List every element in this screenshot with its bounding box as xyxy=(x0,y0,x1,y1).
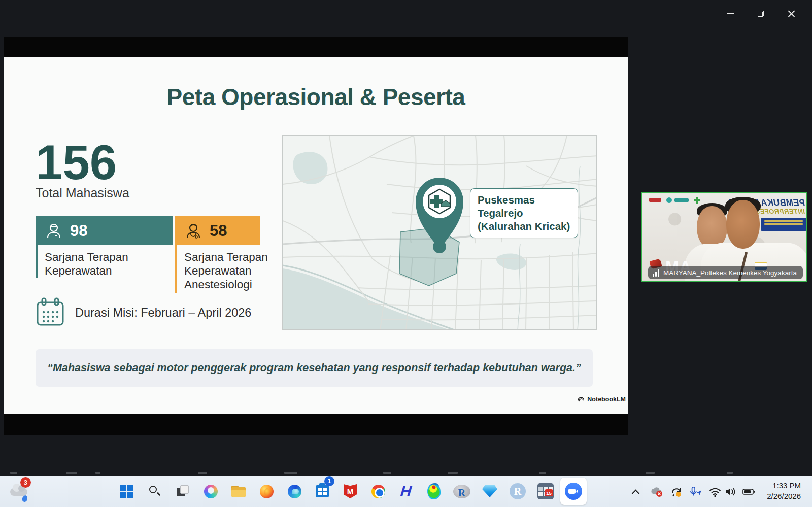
nurse-icon xyxy=(45,222,63,240)
total-students-value: 156 xyxy=(36,138,117,187)
hidden-toolbar-remnant xyxy=(383,472,391,474)
grid-app-badge: 15 xyxy=(545,489,553,496)
map-pin-label: Puskesmas Tegalrejo (Kalurahan Kricak) xyxy=(470,188,578,238)
map-pin-label-line1: Puskesmas Tegalrejo xyxy=(478,193,570,220)
r-gray-app-button[interactable]: R xyxy=(450,479,474,503)
notebooklm-label: NotebookLM xyxy=(587,396,626,403)
zoom-app-button[interactable] xyxy=(560,478,587,505)
shared-screen-slide: Peta Operasional & Peserta 156 Total Mah… xyxy=(4,37,628,435)
diamond-app-icon xyxy=(482,485,497,497)
slide-letterbox-top xyxy=(4,37,628,57)
notebooklm-brand: NotebookLM xyxy=(577,395,626,403)
clock-time: 1:33 PM xyxy=(767,480,801,491)
participant-name-label: MARYANA_Poltekes Kemenkes Yogyakarta xyxy=(648,266,803,279)
diamond-app-button[interactable] xyxy=(478,479,502,503)
close-icon xyxy=(788,10,795,18)
mcafee-letter: M xyxy=(347,487,354,496)
r-blue-app-button[interactable]: R xyxy=(505,479,530,503)
wifi-button[interactable] xyxy=(708,485,722,498)
r-letter: R xyxy=(514,486,521,497)
close-button[interactable] xyxy=(785,7,798,20)
taskbar-clock[interactable]: 1:33 PM 2/26/2026 xyxy=(767,480,801,501)
taskbar: 3 1 M H xyxy=(0,476,812,507)
window-titlebar xyxy=(0,0,812,28)
calendar-icon xyxy=(36,297,65,328)
quote-text: “Mahasiswa sebagai motor penggerak progr… xyxy=(47,362,581,375)
highlighted-district xyxy=(399,228,459,286)
restore-button[interactable] xyxy=(754,7,767,20)
hidden-toolbar-remnant xyxy=(646,472,655,474)
banner-logo-teal xyxy=(674,198,689,202)
battery-icon xyxy=(742,486,755,497)
minimize-button[interactable] xyxy=(724,7,737,20)
stat-label-line: Keperawatan xyxy=(184,264,268,278)
h-app-icon: H xyxy=(399,483,412,500)
stat-label-nursing: Sarjana Terapan Keperawatan xyxy=(36,245,128,278)
slide-title: Peta Operasional & Peserta xyxy=(4,83,628,111)
h-app-button[interactable]: H xyxy=(394,479,418,503)
volume-button[interactable] xyxy=(724,485,737,498)
volume-icon xyxy=(724,486,736,497)
map-pin-label-line2: (Kalurahan Kricak) xyxy=(478,220,570,233)
duration-row: Durasi Misi: Februari – April 2026 xyxy=(36,297,251,328)
grid-app-button[interactable]: 15 xyxy=(533,479,558,503)
firefox-button[interactable] xyxy=(254,479,279,503)
mic-location-icon xyxy=(689,486,702,498)
mcafee-button[interactable]: M xyxy=(338,479,362,503)
copilot-icon xyxy=(204,485,218,498)
participant-name: MARYANA_Poltekes Kemenkes Yogyakarta xyxy=(663,269,797,277)
participant-video-tile[interactable]: PEMBUKAAN PRA INTERPROFESSION MA MARYANA… xyxy=(641,192,807,282)
stat-value-anesthesiology: 58 xyxy=(210,222,227,240)
task-view-icon xyxy=(176,485,189,498)
clock-date: 2/26/2026 xyxy=(767,491,801,501)
hidden-toolbar-remnant xyxy=(66,472,77,474)
widgets-weather-button[interactable]: 3 xyxy=(7,478,36,504)
stat-value-nursing: 98 xyxy=(70,222,87,240)
stat-label-line: Sarjana Terapan xyxy=(184,250,268,264)
restore-icon xyxy=(758,11,764,17)
mic-location-button[interactable] xyxy=(689,485,702,498)
start-icon xyxy=(120,485,133,498)
chrome-icon xyxy=(371,485,385,498)
hidden-toolbar-remnant xyxy=(198,472,207,474)
chrome-button[interactable] xyxy=(366,479,390,503)
minimize-icon xyxy=(727,13,734,14)
hidden-toolbar-remnant xyxy=(539,472,546,474)
banner-logo-teal-dot xyxy=(666,197,672,203)
r-blue-app-icon: R xyxy=(510,483,526,499)
hidden-toolbar-remnant xyxy=(727,472,733,474)
store-badge: 1 xyxy=(324,476,334,486)
search-button[interactable] xyxy=(143,479,167,503)
onedrive-button[interactable] xyxy=(650,485,663,498)
copilot-button[interactable] xyxy=(198,479,223,503)
sync-button[interactable] xyxy=(670,485,683,498)
battery-button[interactable] xyxy=(742,485,755,498)
stat-card-nursing-header: 98 xyxy=(36,216,173,245)
edge-icon xyxy=(288,485,301,498)
tray-chevron-button[interactable] xyxy=(629,485,642,498)
edge-button[interactable] xyxy=(282,479,307,503)
total-students-label: Total Mahasiswa xyxy=(36,186,129,200)
person-head xyxy=(726,200,760,249)
window-controls xyxy=(724,7,798,20)
file-explorer-button[interactable] xyxy=(226,479,251,503)
microsoft-store-button[interactable]: 1 xyxy=(310,479,334,503)
search-icon xyxy=(148,485,161,498)
task-view-button[interactable] xyxy=(171,479,195,503)
tray-chevron-icon xyxy=(631,489,639,497)
hidden-toolbar-remnant xyxy=(95,472,100,474)
r-letter: R xyxy=(458,487,465,499)
r-gray-app-icon: R xyxy=(453,485,470,498)
stat-label-line: Keperawatan xyxy=(45,264,128,278)
file-explorer-icon xyxy=(231,486,246,497)
mic-level-bars-icon xyxy=(653,269,659,277)
firefox-icon xyxy=(260,485,274,498)
weather-rain-icon xyxy=(21,495,28,502)
gis-app-button[interactable] xyxy=(422,479,446,503)
stat-label-line: Anestesiologi xyxy=(184,278,268,291)
widgets-notification-badge: 3 xyxy=(20,477,31,488)
quote-bar: “Mahasiswa sebagai motor penggerak progr… xyxy=(36,349,593,387)
stat-label-anesthesiology: Sarjana Terapan Keperawatan Anestesiolog… xyxy=(175,245,268,293)
start-button[interactable] xyxy=(115,479,139,503)
hidden-toolbar-remnant xyxy=(10,472,17,474)
